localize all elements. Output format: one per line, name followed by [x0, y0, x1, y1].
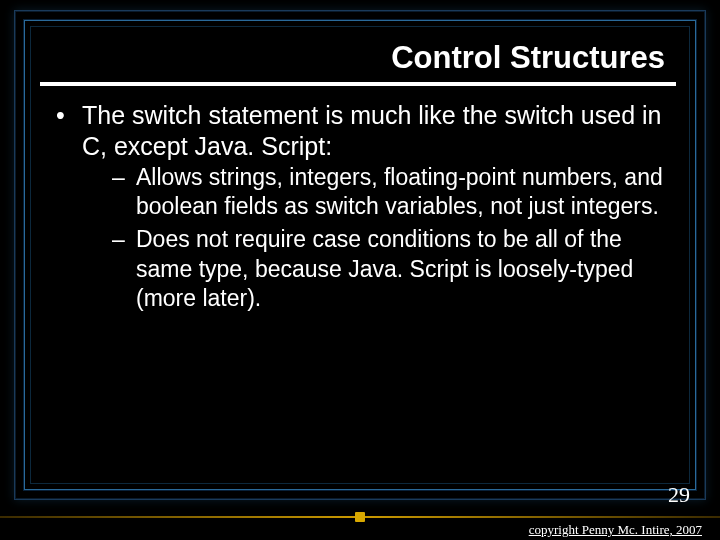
slide: Control Structures The switch statement …	[0, 0, 720, 540]
slide-number: 29	[668, 482, 690, 508]
bullet-text-mid: statement is much like the	[202, 101, 505, 129]
sub-bullet-1: Allows strings, integers, floating-point…	[108, 163, 670, 222]
sub-bullet-2: Does not require case conditions to be a…	[108, 225, 670, 313]
keyword-switch-2: switch	[504, 101, 573, 129]
sub-bullet-1-text: Allows strings, integers, floating-point…	[136, 164, 663, 219]
bullet-level-1: The switch statement is much like the sw…	[50, 100, 670, 314]
bullet-text-pre: The	[82, 101, 132, 129]
copyright-text: copyright Penny Mc. Intire, 2007	[529, 522, 702, 538]
bottom-divider	[0, 516, 720, 518]
keyword-switch-1: switch	[132, 101, 201, 129]
slide-body: The switch statement is much like the sw…	[50, 100, 670, 314]
sub-bullet-2-text: Does not require case conditions to be a…	[136, 226, 633, 311]
slide-content: Control Structures The switch statement …	[50, 40, 670, 470]
sub-bullet-list: Allows strings, integers, floating-point…	[82, 163, 670, 314]
title-underline	[40, 82, 676, 86]
slide-title: Control Structures	[50, 40, 670, 82]
